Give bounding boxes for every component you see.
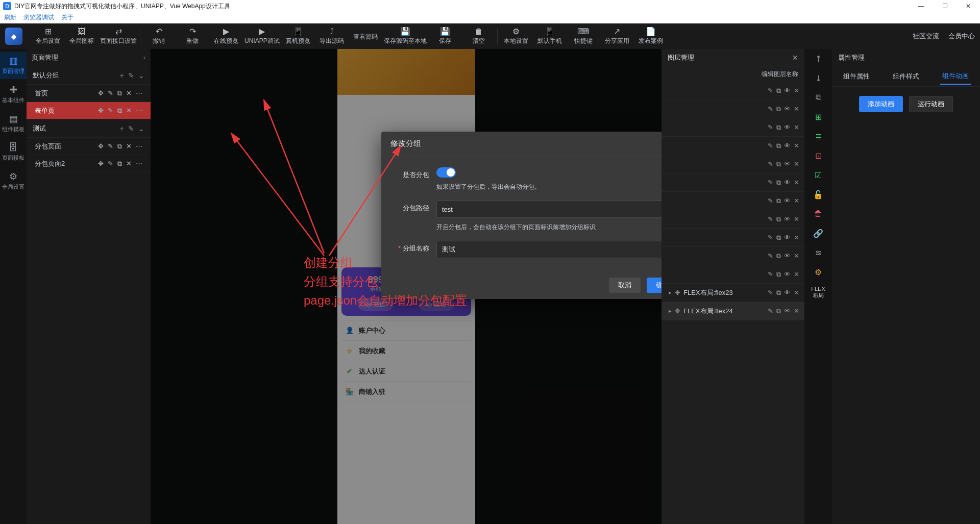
copy-icon[interactable]: ⧉ bbox=[776, 105, 781, 113]
layer-row[interactable]: ✎⧉👁✕ bbox=[662, 173, 804, 192]
edit-icon[interactable]: ✎ bbox=[108, 107, 113, 115]
visibility-icon[interactable]: 👁 bbox=[784, 142, 791, 150]
toolbar-分享应用[interactable]: ↗分享应用 bbox=[602, 24, 632, 48]
edit-icon[interactable]: ✎ bbox=[768, 87, 773, 95]
path-input[interactable] bbox=[436, 201, 662, 218]
copy-icon[interactable]: ⧉ bbox=[776, 160, 781, 168]
page-item[interactable]: 分包页面✥✎⧉✕⋯ bbox=[27, 138, 151, 155]
move-icon[interactable]: ✥ bbox=[98, 89, 104, 97]
collapse-panel-icon[interactable]: ‹ bbox=[143, 54, 145, 61]
copy-icon[interactable]: ⧉ bbox=[776, 270, 781, 279]
copy-icon[interactable]: ⧉ bbox=[776, 234, 781, 242]
run-animation-button[interactable]: 运行动画 bbox=[909, 96, 953, 112]
toolbar-保存[interactable]: 💾保存 bbox=[430, 24, 460, 48]
align-top-icon[interactable]: ⤒ bbox=[813, 53, 824, 64]
flex-layout-label[interactable]: FLEX 布局 bbox=[811, 286, 825, 299]
cancel-button[interactable]: 取消 bbox=[609, 278, 641, 293]
chevron-down-icon[interactable]: ⌄ bbox=[138, 124, 144, 133]
edit-icon[interactable]: ✎ bbox=[108, 142, 113, 151]
more-icon[interactable]: ⋯ bbox=[136, 89, 142, 97]
delete-icon[interactable]: ✕ bbox=[794, 270, 799, 279]
component-icon[interactable]: ⊡ bbox=[813, 150, 824, 161]
visibility-icon[interactable]: 👁 bbox=[784, 234, 791, 242]
delete-icon[interactable]: ✕ bbox=[794, 252, 799, 260]
toolbar-清空[interactable]: 🗑清空 bbox=[463, 24, 494, 48]
toolbar-真机预览[interactable]: 📱真机预览 bbox=[283, 24, 313, 48]
subpackage-toggle[interactable] bbox=[436, 167, 456, 178]
delete-icon[interactable]: ✕ bbox=[794, 123, 799, 132]
page-item[interactable]: 表单页✥✎⧉✕⋯ bbox=[27, 102, 151, 119]
confirm-button[interactable]: 确定 bbox=[647, 278, 662, 293]
toolbar-页面接口设置[interactable]: ⇄页面接口设置 bbox=[100, 24, 137, 48]
page-item[interactable]: 首页✥✎⧉✕⋯ bbox=[27, 85, 151, 102]
move-icon[interactable]: ✥ bbox=[675, 307, 680, 315]
toolbar-查看源码[interactable]: 查看源码 bbox=[350, 24, 381, 48]
edit-icon[interactable]: ✎ bbox=[768, 270, 773, 279]
copy-icon[interactable]: ⧉ bbox=[776, 142, 781, 150]
copy-icon[interactable]: ⧉ bbox=[117, 142, 122, 151]
move-icon[interactable]: ✥ bbox=[675, 289, 680, 296]
link-community[interactable]: 社区交流 bbox=[913, 32, 939, 41]
edit-icon[interactable]: ✎ bbox=[768, 215, 773, 223]
copy-icon[interactable]: ⧉ bbox=[776, 179, 781, 187]
copy-icon[interactable]: ⧉ bbox=[117, 107, 122, 115]
layers-icon[interactable]: ≋ bbox=[813, 247, 824, 258]
delete-icon[interactable]: ✕ bbox=[794, 179, 799, 187]
check-icon[interactable]: ☑ bbox=[813, 169, 824, 181]
chevron-down-icon[interactable]: ⌄ bbox=[138, 71, 144, 80]
layer-row[interactable]: ✎⧉👁✕ bbox=[662, 247, 804, 265]
menu-browser-debug[interactable]: 浏览器调试 bbox=[23, 13, 54, 22]
copy-icon[interactable]: ⧉ bbox=[776, 123, 781, 132]
edit-icon[interactable]: ✎ bbox=[768, 197, 773, 205]
menu-about[interactable]: 关于 bbox=[61, 13, 74, 22]
page-group[interactable]: 默认分组+✎⌄ bbox=[27, 66, 151, 85]
more-icon[interactable]: ⋯ bbox=[136, 160, 142, 168]
edit-icon[interactable]: ✎ bbox=[768, 307, 773, 315]
puzzle-icon[interactable]: ⊞ bbox=[813, 111, 824, 122]
rail-全局设置[interactable]: ⚙全局设置 bbox=[0, 168, 27, 195]
gear-icon[interactable]: ⚙ bbox=[813, 266, 824, 278]
menu-refresh[interactable]: 刷新 bbox=[4, 13, 16, 22]
tab-组件属性[interactable]: 组件属性 bbox=[841, 69, 872, 84]
edit-group-icon[interactable]: ✎ bbox=[128, 124, 134, 133]
visibility-icon[interactable]: 👁 bbox=[784, 123, 791, 132]
delete-icon[interactable]: ✕ bbox=[794, 234, 799, 242]
minimize-button[interactable]: — bbox=[910, 0, 933, 12]
layer-row[interactable]: ✎⧉👁✕ bbox=[662, 100, 804, 118]
move-icon[interactable]: ✥ bbox=[98, 142, 104, 151]
copy-icon[interactable]: ⧉ bbox=[776, 197, 781, 205]
page-item[interactable]: 分包页面2✥✎⧉✕⋯ bbox=[27, 155, 151, 172]
edit-icon[interactable]: ✎ bbox=[108, 89, 113, 97]
copy-icon[interactable]: ⧉ bbox=[776, 307, 781, 315]
copy-icon[interactable]: ⧉ bbox=[813, 92, 824, 103]
layer-row[interactable]: ✎⧉👁✕ bbox=[662, 137, 804, 155]
copy-icon[interactable]: ⧉ bbox=[776, 289, 781, 297]
visibility-icon[interactable]: 👁 bbox=[784, 252, 791, 260]
toolbar-重做[interactable]: ↷重做 bbox=[177, 24, 208, 48]
toolbar-导出源码[interactable]: ⤴导出源码 bbox=[316, 24, 347, 48]
layer-row[interactable]: ✎⧉👁✕ bbox=[662, 155, 804, 173]
delete-icon[interactable]: ✕ bbox=[794, 215, 799, 223]
lock-icon[interactable]: 🔓 bbox=[813, 189, 824, 200]
edit-icon[interactable]: ✎ bbox=[768, 289, 773, 297]
visibility-icon[interactable]: 👁 bbox=[784, 160, 791, 168]
delete-icon[interactable]: ✕ bbox=[126, 142, 132, 151]
delete-icon[interactable]: 🗑 bbox=[813, 208, 824, 219]
toolbar-本地设置[interactable]: ⚙本地设置 bbox=[501, 24, 531, 48]
layer-row[interactable]: ✎⧉👁✕ bbox=[662, 229, 804, 247]
groupname-input[interactable] bbox=[436, 241, 662, 258]
delete-icon[interactable]: ✕ bbox=[794, 87, 799, 95]
visibility-icon[interactable]: 👁 bbox=[784, 197, 791, 205]
visibility-icon[interactable]: 👁 bbox=[784, 289, 791, 297]
toolbar-全局设置[interactable]: ⊞全局设置 bbox=[33, 24, 63, 48]
toolbar-快捷键[interactable]: ⌨快捷键 bbox=[568, 24, 599, 48]
align-bottom-icon[interactable]: ⤓ bbox=[813, 72, 824, 84]
edit-icon[interactable]: ✎ bbox=[768, 252, 773, 260]
delete-icon[interactable]: ✕ bbox=[794, 105, 799, 113]
layer-row[interactable]: ✎⧉👁✕ bbox=[662, 210, 804, 229]
copy-icon[interactable]: ⧉ bbox=[776, 215, 781, 223]
toolbar-默认手机[interactable]: 📱默认手机 bbox=[534, 24, 565, 48]
edit-layer-name-link[interactable]: 编辑图层名称 bbox=[762, 70, 798, 79]
layer-row[interactable]: ✎⧉👁✕ bbox=[662, 82, 804, 100]
visibility-icon[interactable]: 👁 bbox=[784, 270, 791, 279]
